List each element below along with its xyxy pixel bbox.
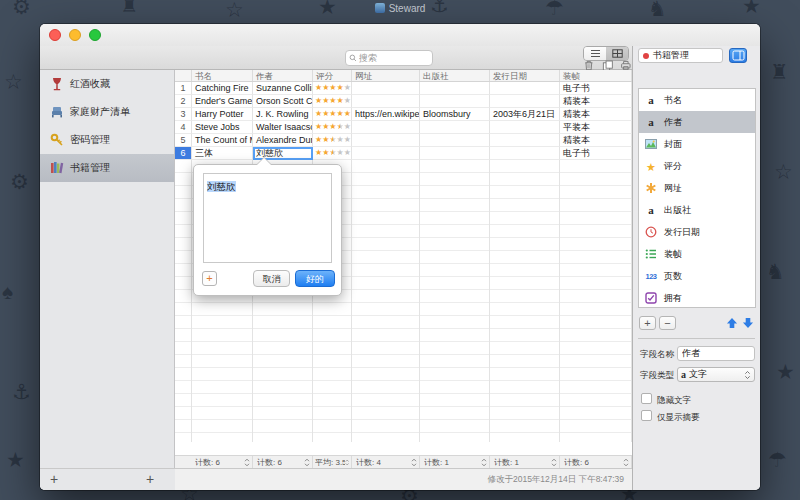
field-type-popup[interactable]: a 文字	[677, 367, 755, 382]
row-number[interactable]: 3	[175, 108, 192, 121]
table-row[interactable]: 5 The Count of Monte... Alexandre Dumas,…	[175, 134, 632, 147]
table-row[interactable]: 1 Catching Fire Suzanne Collins ★★★★★ 电子…	[175, 82, 632, 95]
popover-add-button[interactable]	[202, 271, 217, 286]
header-title[interactable]: 书名	[192, 70, 253, 81]
cell-rating[interactable]: ★★★★★	[313, 108, 352, 121]
cell-author[interactable]: Suzanne Collins	[253, 82, 313, 95]
cell-publisher[interactable]	[420, 134, 490, 147]
summary-stepper-icon[interactable]	[304, 458, 310, 467]
summary-only-checkbox[interactable]	[641, 410, 652, 421]
header-url[interactable]: 网址	[352, 70, 420, 81]
cell-title[interactable]: 三体	[192, 147, 253, 160]
background-window-titlebar[interactable]: Steward	[0, 1, 800, 15]
close-button[interactable]	[49, 29, 61, 41]
row-number[interactable]: 1	[175, 82, 192, 95]
header-binding[interactable]: 装帧	[560, 70, 632, 81]
cell-title[interactable]: Ender's Game	[192, 95, 253, 108]
cell-url[interactable]: https://en.wikipedia...	[352, 108, 420, 121]
cell-date[interactable]: 2003年6月21日	[490, 108, 560, 121]
field-row-pages[interactable]: 123 页数	[639, 265, 755, 287]
cell-rating[interactable]: ★★★★★	[313, 82, 352, 95]
cell-binding[interactable]: 电子书	[560, 82, 632, 95]
table-row[interactable]: 2 Ender's Game Orson Scott Card ★★★★★ 精装…	[175, 95, 632, 108]
cell-url[interactable]	[352, 147, 420, 160]
cell-publisher[interactable]	[420, 82, 490, 95]
cell-rating[interactable]: ★★★★★	[313, 121, 352, 134]
cell-date[interactable]	[490, 134, 560, 147]
add-record-button[interactable]	[142, 471, 158, 487]
row-number[interactable]: 4	[175, 121, 192, 134]
cell-binding[interactable]: 电子书	[560, 147, 632, 160]
summary-stepper-icon[interactable]	[411, 458, 417, 467]
cell-binding[interactable]: 精装本	[560, 95, 632, 108]
cell-author[interactable]: Alexandre Dumas, Au...	[253, 134, 313, 147]
hide-text-checkbox[interactable]	[641, 393, 652, 404]
cell-title[interactable]: The Count of Monte...	[192, 134, 253, 147]
search-input[interactable]	[359, 53, 429, 63]
add-field-button[interactable]	[639, 316, 656, 330]
cell-date[interactable]	[490, 121, 560, 134]
cell-title[interactable]: Steve Jobs	[192, 121, 253, 134]
field-row-publisher[interactable]: a 出版社	[639, 199, 755, 221]
header-author[interactable]: 作者	[253, 70, 313, 81]
popover-text-area[interactable]: 刘慈欣	[203, 173, 332, 263]
cell-publisher[interactable]	[420, 95, 490, 108]
popover-selected-text[interactable]: 刘慈欣	[207, 181, 236, 192]
summary-stepper-icon[interactable]	[481, 458, 487, 467]
ok-button[interactable]: 好的	[295, 270, 335, 287]
cancel-button[interactable]: 取消	[253, 270, 290, 287]
cell-rating[interactable]: ★★★★★	[313, 95, 352, 108]
cell-url[interactable]	[352, 121, 420, 134]
field-row-author[interactable]: a 作者	[639, 111, 755, 133]
cell-binding[interactable]: 平装本	[560, 121, 632, 134]
move-field-down-button[interactable]	[741, 316, 754, 330]
cell-rating[interactable]: ★★★★★	[313, 147, 352, 160]
header-rating[interactable]: 评分	[313, 70, 352, 81]
cell-author[interactable]: Orson Scott Card	[253, 95, 313, 108]
summary-stepper-icon[interactable]	[345, 458, 349, 467]
cell-rating[interactable]: ★★★★★	[313, 134, 352, 147]
header-date[interactable]: 发行日期	[490, 70, 560, 81]
cell-publisher[interactable]	[420, 121, 490, 134]
row-number[interactable]: 6	[175, 147, 192, 160]
cell-date[interactable]	[490, 95, 560, 108]
field-row-title[interactable]: a 书名	[639, 89, 755, 111]
cell-date[interactable]	[490, 147, 560, 160]
field-row-date[interactable]: 发行日期	[639, 221, 755, 243]
field-row-rating[interactable]: 评分	[639, 155, 755, 177]
sidebar-item-home-inventory[interactable]: 家庭财产清单	[40, 98, 174, 126]
table-row[interactable]: 4 Steve Jobs Walter Isaacson ★★★★★ 平装本	[175, 121, 632, 134]
cell-url[interactable]	[352, 134, 420, 147]
cell-author[interactable]: J. K. Rowling	[253, 108, 313, 121]
sidebar-item-books[interactable]: 书籍管理	[40, 154, 174, 182]
cell-title[interactable]: Catching Fire	[192, 82, 253, 95]
sidebar-item-wine-collection[interactable]: 红酒收藏	[40, 70, 174, 98]
inspector-toggle-button[interactable]	[729, 48, 747, 63]
cell-publisher[interactable]	[420, 147, 490, 160]
field-row-cover[interactable]: 封面	[639, 133, 755, 155]
table-row[interactable]: 3 Harry Potter J. K. Rowling ★★★★★ https…	[175, 108, 632, 121]
field-name-input[interactable]	[677, 346, 755, 361]
table-row-selected[interactable]: 6 三体 刘慈欣 ★★★★★ 电子书	[175, 147, 632, 160]
search-field[interactable]	[345, 50, 433, 66]
cell-title[interactable]: Harry Potter	[192, 108, 253, 121]
cell-date[interactable]	[490, 82, 560, 95]
field-row-url[interactable]: 网址	[639, 177, 755, 199]
row-number[interactable]: 2	[175, 95, 192, 108]
summary-stepper-icon[interactable]	[623, 458, 629, 467]
summary-stepper-icon[interactable]	[244, 458, 250, 467]
zoom-button[interactable]	[89, 29, 101, 41]
cell-url[interactable]	[352, 82, 420, 95]
move-field-up-button[interactable]	[725, 316, 738, 330]
cell-url[interactable]	[352, 95, 420, 108]
field-row-owned[interactable]: 拥有	[639, 287, 755, 308]
collection-name-field[interactable]: 书籍管理	[638, 48, 723, 63]
cell-binding[interactable]: 精装本	[560, 134, 632, 147]
cell-binding[interactable]: 精装本	[560, 108, 632, 121]
window-titlebar[interactable]	[40, 24, 760, 46]
add-collection-button[interactable]	[46, 471, 62, 487]
field-row-binding[interactable]: 装帧	[639, 243, 755, 265]
remove-field-button[interactable]	[659, 316, 676, 330]
header-publisher[interactable]: 出版社	[420, 70, 490, 81]
cell-author[interactable]: Walter Isaacson	[253, 121, 313, 134]
